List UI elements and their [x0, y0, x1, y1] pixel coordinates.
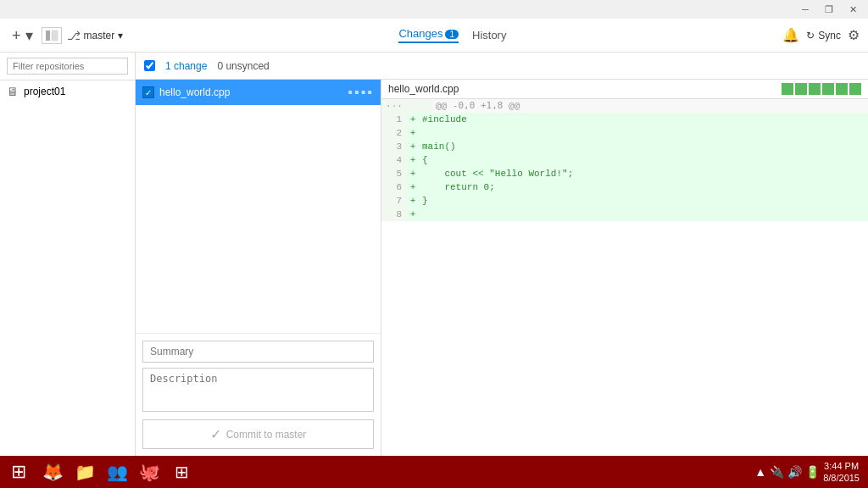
diff-line-num: 2 — [381, 126, 407, 140]
summary-input[interactable] — [142, 341, 374, 363]
diff-action-1[interactable] — [782, 83, 793, 95]
select-all-checkbox[interactable] — [144, 60, 155, 71]
commit-button[interactable]: ✓ Commit to master — [142, 419, 374, 449]
diff-line-marker: + — [407, 180, 419, 194]
diff-line-num: 3 — [381, 140, 407, 153]
diff-line: 1 + #include — [381, 113, 868, 126]
diff-line: 3 + main() — [381, 140, 868, 153]
file-checkbox[interactable]: ✓ — [142, 86, 154, 98]
diff-line-code: #include — [419, 113, 868, 126]
changes-count[interactable]: 1 change — [165, 60, 207, 72]
file-options-icon[interactable]: ▪▪▪▪ — [348, 85, 374, 100]
file-item-hello-world[interactable]: ✓ hello_world.cpp ▪▪▪▪ — [136, 80, 381, 105]
restore-button[interactable]: ❐ — [817, 0, 841, 19]
unsynced-count: 0 unsynced — [217, 60, 269, 72]
diff-header: hello_world.cpp — [381, 80, 868, 99]
users-icon: 👥 — [107, 462, 128, 482]
taskbar-items: 🦊 📁 👥 🐙 ⊞ — [34, 457, 754, 487]
tab-history[interactable]: History — [472, 29, 506, 42]
panel-toggle-icon — [45, 30, 58, 42]
description-input[interactable] — [142, 368, 374, 412]
sync-icon: ↻ — [806, 30, 815, 42]
diff-line-num: 6 — [381, 180, 407, 194]
file-name: hello_world.cpp — [159, 86, 342, 98]
folder-icon: 📁 — [75, 462, 96, 482]
tray-up-icon: ▲ — [754, 465, 766, 479]
diff-line-code: cout << "Hello World!"; — [419, 167, 868, 180]
close-button[interactable]: ✕ — [841, 0, 865, 19]
repo-label: project01 — [24, 86, 65, 97]
panel-toggle-button[interactable] — [42, 27, 62, 44]
diff-view: hello_world.cpp ··· @@ — [381, 80, 868, 456]
main-toolbar: + ▾ ⎇ master ▾ Changes1 History 🔔 ↻ Sync… — [0, 19, 868, 53]
minimize-button[interactable]: ─ — [793, 0, 817, 19]
diff-line-num: 1 — [381, 113, 407, 126]
diff-line-num: 4 — [381, 153, 407, 167]
diff-line-code: } — [419, 194, 868, 208]
diff-line-num: 8 — [381, 208, 407, 221]
svg-rect-1 — [52, 30, 58, 41]
svg-rect-0 — [46, 30, 50, 41]
diff-line-num: 7 — [381, 194, 407, 208]
diff-line-marker: + — [407, 167, 419, 180]
diff-line: 5 + cout << "Hello World!"; — [381, 167, 868, 180]
diff-line-code: main() — [419, 140, 868, 153]
filter-repos-input[interactable] — [7, 58, 128, 75]
commit-check-icon: ✓ — [210, 426, 221, 442]
taskbar-github[interactable]: 🐙 — [134, 457, 164, 487]
start-button[interactable]: ⊞ — [3, 457, 34, 487]
taskbar-windows[interactable]: ⊞ — [166, 457, 197, 487]
main-panel: 1 change 0 unsynced ✓ hello_world.cpp ▪▪… — [136, 53, 868, 456]
diff-line-marker: + — [407, 113, 419, 126]
diff-line: 6 + return 0; — [381, 180, 868, 194]
repo-icon: 🖥 — [7, 85, 19, 98]
taskbar-folder[interactable]: 📁 — [70, 457, 100, 487]
diff-lines-container: 1 + #include 2 + 3 + main() 4 + { 5 + co… — [381, 113, 868, 221]
diff-action-5[interactable] — [836, 83, 848, 95]
tray-battery-icon: 🔋 — [805, 465, 820, 479]
diff-ellipsis2 — [407, 99, 432, 113]
diff-action-4[interactable] — [822, 83, 834, 95]
taskbar-tray: ▲ 🔌 🔊 🔋 3:44 PM 8/8/2015 — [754, 460, 865, 485]
changes-toolbar: 1 change 0 unsynced — [136, 53, 868, 80]
add-button[interactable]: + ▾ — [8, 23, 36, 48]
file-list: ✓ hello_world.cpp ▪▪▪▪ ✓ Commit to maste… — [136, 80, 381, 456]
filter-repos-container — [0, 53, 135, 80]
diff-line-marker: + — [407, 194, 419, 208]
diff-action-6[interactable] — [849, 83, 861, 95]
diff-line-marker: + — [407, 126, 419, 140]
windows-icon: ⊞ — [11, 461, 26, 483]
diff-line-marker: + — [407, 153, 419, 167]
diff-line-code: { — [419, 153, 868, 167]
diff-line-marker: + — [407, 208, 419, 221]
commit-area: ✓ Commit to master — [136, 333, 381, 456]
diff-hunk-label: @@ -0,0 +1,8 @@ — [432, 99, 868, 113]
diff-filename: hello_world.cpp — [388, 83, 459, 95]
diff-line-marker: + — [407, 140, 419, 153]
taskbar-users[interactable]: 👥 — [102, 457, 132, 487]
content-area: ✓ hello_world.cpp ▪▪▪▪ ✓ Commit to maste… — [136, 80, 868, 456]
diff-content[interactable]: ··· @@ -0,0 +1,8 @@ 1 + #include 2 + 3 +… — [381, 99, 868, 456]
diff-line-code — [419, 208, 868, 221]
diff-line: 2 + — [381, 126, 868, 140]
diff-ellipsis: ··· — [381, 99, 407, 113]
branch-selector[interactable]: ⎇ master ▾ — [67, 29, 123, 42]
settings-button[interactable]: ⚙ — [848, 27, 860, 43]
diff-line: 4 + { — [381, 153, 868, 167]
diff-line-code: return 0; — [419, 180, 868, 194]
taskbar-firefox[interactable]: 🦊 — [37, 457, 68, 487]
app-body: 🖥 project01 1 change 0 unsynced ✓ hello_… — [0, 53, 868, 456]
tray-volume-icon: 🔊 — [787, 465, 802, 479]
diff-actions — [782, 83, 861, 95]
diff-action-3[interactable] — [809, 83, 821, 95]
github-icon: 🐙 — [139, 462, 160, 482]
windows2-icon: ⊞ — [175, 462, 189, 482]
diff-line-code — [419, 126, 868, 140]
notifications-icon[interactable]: 🔔 — [782, 27, 799, 43]
sidebar-item-project01[interactable]: 🖥 project01 — [0, 80, 135, 103]
tray-clock: 3:44 PM 8/8/2015 — [823, 460, 860, 485]
sync-button[interactable]: ↻ Sync — [806, 30, 841, 42]
firefox-icon: 🦊 — [42, 462, 64, 482]
diff-action-2[interactable] — [795, 83, 807, 95]
tab-changes[interactable]: Changes1 — [398, 27, 459, 43]
